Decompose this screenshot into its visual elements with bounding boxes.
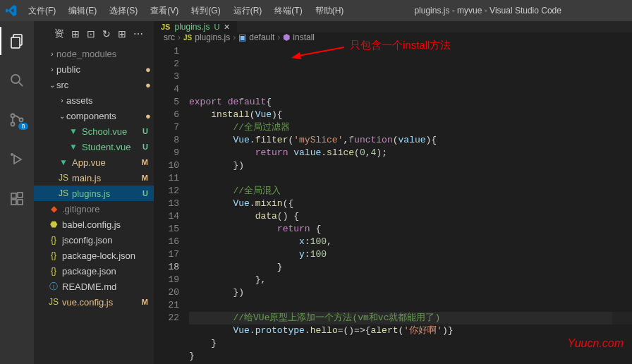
- code-area[interactable]: 12345678910111213141516171819202122 只包含一…: [154, 42, 632, 364]
- code-line-13[interactable]: y:100: [189, 248, 632, 261]
- vue-icon: ▼: [68, 142, 79, 152]
- watermark: Yuucn.com: [568, 337, 624, 350]
- git-icon: ◆: [48, 204, 59, 214]
- explorer-header: 资 ⊞ ⊡ ↻ ⊞ ⋯: [34, 21, 154, 46]
- menu-edit[interactable]: 编辑(E): [63, 2, 102, 20]
- svg-rect-12: [18, 193, 23, 198]
- code-line-21[interactable]: }: [189, 350, 632, 363]
- more-icon[interactable]: ⋯: [131, 27, 145, 41]
- vscode-icon: [6, 5, 17, 16]
- editor-area: JS plugins.js U × src› JS plugins.js› ▣ …: [154, 21, 632, 364]
- code-line-4[interactable]: Vue.filter('mySlice',function(value){: [189, 134, 632, 147]
- new-folder-icon[interactable]: ⊡: [85, 27, 97, 41]
- menu-help[interactable]: 帮助(H): [310, 2, 350, 20]
- menu-run[interactable]: 运行(R): [228, 2, 268, 20]
- code-line-6[interactable]: }): [189, 159, 632, 172]
- svg-point-8: [11, 154, 13, 155]
- tab-status: U: [214, 23, 220, 31]
- file-README-md[interactable]: ⓘREADME.md: [34, 279, 154, 294]
- code-line-16[interactable]: }): [189, 286, 632, 299]
- babel-icon: ⬣: [48, 219, 59, 229]
- js-icon: JS: [58, 188, 69, 198]
- svg-marker-14: [291, 52, 301, 59]
- menu-view[interactable]: 查看(V): [145, 2, 184, 20]
- refresh-icon[interactable]: ↻: [100, 27, 113, 41]
- activity-search[interactable]: [0, 66, 34, 95]
- json-icon: {}: [48, 235, 59, 245]
- collapse-icon[interactable]: ⊞: [116, 27, 128, 41]
- activity-extensions[interactable]: [0, 185, 34, 213]
- file-babel-config-js[interactable]: ⬣babel.config.js: [34, 217, 154, 232]
- code-line-12[interactable]: x:100,: [189, 236, 632, 248]
- code-line-14[interactable]: }: [189, 261, 632, 274]
- symbol-icon: ▣: [238, 32, 246, 42]
- json-icon: {}: [48, 250, 59, 260]
- annotation-arrow: [291, 44, 348, 61]
- file-plugins-js[interactable]: JSplugins.jsU: [34, 186, 154, 201]
- title-bar: 文件(F) 编辑(E) 选择(S) 查看(V) 转到(G) 运行(R) 终端(T…: [0, 0, 632, 21]
- activity-explorer[interactable]: [0, 27, 34, 55]
- explorer-tree[interactable]: ›node_modules›public●⌄src●›assets⌄compon…: [34, 46, 154, 364]
- code-line-3[interactable]: //全局过滤器: [189, 121, 632, 134]
- code-line-2[interactable]: install(Vue){: [189, 109, 632, 121]
- code-line-11[interactable]: return {: [189, 223, 632, 236]
- json-icon: {}: [48, 266, 59, 276]
- folder-src[interactable]: ⌄src●: [34, 77, 154, 92]
- code-line-15[interactable]: },: [189, 274, 632, 286]
- folder-assets[interactable]: ›assets: [34, 92, 154, 108]
- code-line-18[interactable]: //给VUe原型上添加一个方法(vm和vc就都能用了): [189, 312, 632, 324]
- code-line-5[interactable]: return value.slice(0,4);: [189, 147, 632, 159]
- file-main-js[interactable]: JSmain.jsM: [34, 170, 154, 186]
- folder-node_modules[interactable]: ›node_modules: [34, 46, 154, 61]
- js-icon: JS: [58, 173, 69, 183]
- file-package-lock-json[interactable]: {}package-lock.json: [34, 248, 154, 263]
- menu-file[interactable]: 文件(F): [23, 2, 61, 20]
- folder-public[interactable]: ›public●: [34, 61, 154, 77]
- file-vue-config-js[interactable]: JSvue.config.jsM: [34, 294, 154, 310]
- svg-rect-11: [18, 200, 23, 205]
- file-package-json[interactable]: {}package.json: [34, 263, 154, 279]
- bc-src[interactable]: src: [164, 32, 175, 42]
- code-line-9[interactable]: Vue.mixin({: [189, 198, 632, 210]
- menu-go[interactable]: 转到(G): [186, 2, 226, 20]
- tab-plugins[interactable]: JS plugins.js U ×: [154, 21, 238, 32]
- activity-scm[interactable]: 8: [0, 106, 34, 134]
- hicon-0[interactable]: 资: [52, 26, 66, 42]
- svg-line-3: [19, 83, 23, 86]
- code-line-1[interactable]: export default{: [189, 96, 632, 109]
- bc-default[interactable]: default: [249, 32, 274, 42]
- svg-point-4: [11, 114, 15, 118]
- vue-icon: ▼: [58, 157, 69, 167]
- svg-rect-9: [11, 193, 16, 198]
- file-Student-vue[interactable]: ▼Student.vueU: [34, 139, 154, 154]
- code-line-17[interactable]: [189, 299, 632, 312]
- code-line-10[interactable]: data() {: [189, 210, 632, 223]
- file-jsconfig-json[interactable]: {}jsconfig.json: [34, 232, 154, 248]
- bc-file[interactable]: plugins.js: [195, 32, 230, 42]
- svg-line-13: [295, 47, 344, 56]
- bc-install[interactable]: install: [293, 32, 315, 42]
- code-line-8[interactable]: //全局混入: [189, 185, 632, 198]
- activity-debug[interactable]: [0, 145, 34, 174]
- new-file-icon[interactable]: ⊞: [69, 27, 82, 41]
- code[interactable]: 只包含一个install方法 export default{ install(V…: [189, 42, 632, 364]
- minimap[interactable]: [612, 83, 632, 364]
- menu-terminal[interactable]: 终端(T): [269, 2, 308, 20]
- code-line-19[interactable]: Vue.prototype.hello=()=>{alert('你好啊')}: [189, 324, 632, 337]
- svg-marker-7: [14, 155, 21, 164]
- scm-badge: 8: [18, 123, 28, 130]
- close-icon[interactable]: ×: [224, 21, 229, 32]
- code-line-20[interactable]: }: [189, 337, 632, 350]
- file-App-vue[interactable]: ▼App.vueM: [34, 154, 154, 170]
- folder-components[interactable]: ⌄components●: [34, 108, 154, 123]
- tab-label: plugins.js: [174, 22, 209, 32]
- file--gitignore[interactable]: ◆.gitignore: [34, 201, 154, 217]
- method-icon: ⬢: [283, 32, 290, 42]
- js-icon: JS: [48, 297, 59, 307]
- code-line-7[interactable]: [189, 172, 632, 185]
- svg-rect-1: [11, 37, 20, 48]
- tabs: JS plugins.js U ×: [154, 21, 632, 32]
- gutter: 12345678910111213141516171819202122: [154, 42, 189, 364]
- menu-selection[interactable]: 选择(S): [104, 2, 143, 20]
- file-School-vue[interactable]: ▼School.vueU: [34, 123, 154, 139]
